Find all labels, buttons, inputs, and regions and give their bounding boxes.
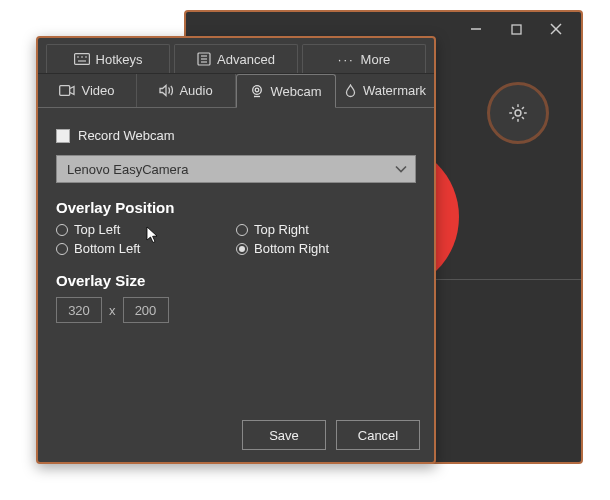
settings-ring-button[interactable] (487, 82, 549, 144)
svg-point-16 (256, 88, 260, 92)
tab-watermark[interactable]: Watermark (336, 74, 434, 107)
radio-bottom-left[interactable]: Bottom Left (56, 241, 236, 256)
radio-icon (56, 224, 68, 236)
overlay-width-input[interactable]: 320 (56, 297, 102, 323)
tab-hotkeys[interactable]: Hotkeys (46, 44, 170, 73)
webcam-icon (250, 84, 264, 98)
tab-webcam[interactable]: Webcam (236, 74, 336, 108)
radio-label: Top Right (254, 222, 309, 237)
keyboard-icon (74, 53, 90, 65)
maximize-button[interactable] (497, 15, 535, 43)
minimize-button[interactable] (457, 15, 495, 43)
tab-label: More (361, 52, 391, 67)
tab-label: Webcam (270, 84, 321, 99)
tab-label: Watermark (363, 83, 426, 98)
settings-dialog: Hotkeys Advanced ··· More Video Audio (36, 36, 436, 464)
sliders-icon (197, 52, 211, 66)
tab-more[interactable]: ··· More (302, 44, 426, 73)
radio-label: Bottom Right (254, 241, 329, 256)
dialog-button-row: Save Cancel (242, 420, 420, 450)
radio-top-right[interactable]: Top Right (236, 222, 416, 237)
top-tab-row: Hotkeys Advanced ··· More (38, 38, 434, 74)
overlay-size-row: 320 x 200 (56, 297, 416, 323)
watermark-icon (344, 84, 357, 98)
tab-label: Video (81, 83, 114, 98)
cancel-button[interactable]: Cancel (336, 420, 420, 450)
chevron-down-icon (395, 165, 407, 173)
settings-content: Record Webcam Lenovo EasyCamera Overlay … (38, 108, 434, 337)
record-webcam-label: Record Webcam (78, 128, 175, 143)
tab-label: Hotkeys (96, 52, 143, 67)
svg-point-4 (515, 110, 521, 116)
gear-icon (507, 102, 529, 124)
tab-advanced[interactable]: Advanced (174, 44, 298, 73)
tab-label: Audio (179, 83, 212, 98)
svg-point-15 (253, 86, 262, 95)
dropdown-selected-value: Lenovo EasyCamera (67, 162, 188, 177)
svg-rect-5 (74, 54, 89, 65)
overlay-position-group: Top Left Top Right Bottom Left Bottom Ri… (56, 222, 416, 256)
radio-label: Top Left (74, 222, 120, 237)
svg-rect-14 (60, 86, 70, 96)
radio-icon (56, 243, 68, 255)
overlay-height-input[interactable]: 200 (123, 297, 169, 323)
sub-tab-row: Video Audio Webcam Watermark (38, 74, 434, 108)
radio-bottom-right[interactable]: Bottom Right (236, 241, 416, 256)
size-separator: x (109, 303, 116, 318)
radio-top-left[interactable]: Top Left (56, 222, 236, 237)
tab-video[interactable]: Video (38, 74, 137, 107)
radio-icon (236, 224, 248, 236)
tab-label: Advanced (217, 52, 275, 67)
tab-audio[interactable]: Audio (137, 74, 236, 107)
close-button[interactable] (537, 15, 575, 43)
save-button[interactable]: Save (242, 420, 326, 450)
record-webcam-checkbox[interactable] (56, 129, 70, 143)
webcam-device-dropdown[interactable]: Lenovo EasyCamera (56, 155, 416, 183)
svg-rect-1 (512, 25, 521, 34)
video-icon (59, 85, 75, 96)
overlay-size-title: Overlay Size (56, 272, 416, 289)
more-dots-icon: ··· (338, 52, 355, 67)
radio-label: Bottom Left (74, 241, 140, 256)
radio-icon (236, 243, 248, 255)
audio-icon (159, 84, 173, 97)
overlay-position-title: Overlay Position (56, 199, 416, 216)
record-webcam-row[interactable]: Record Webcam (56, 128, 416, 143)
